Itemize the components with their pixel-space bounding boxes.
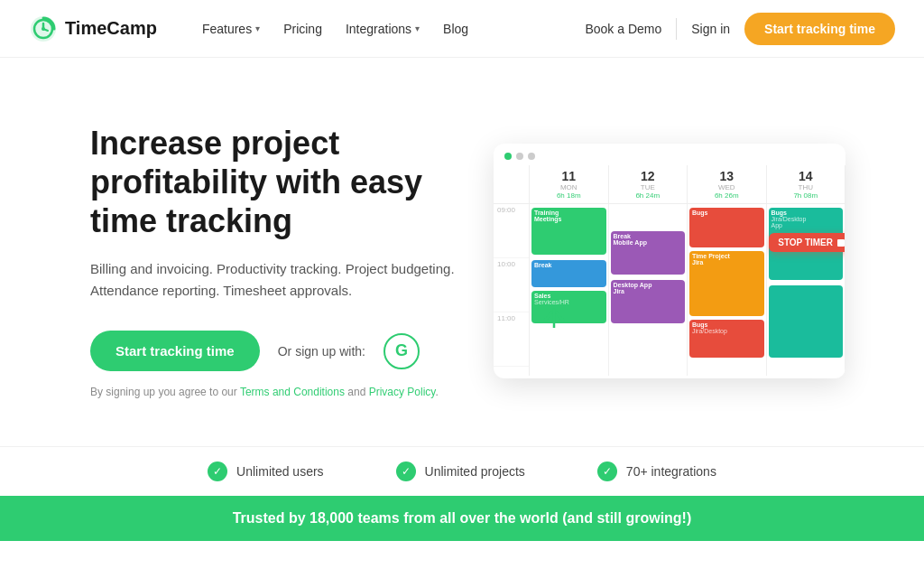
tue-events: BreakMobile App Desktop AppJira [609,204,688,376]
dot-2 [516,153,523,160]
time-header-col [494,165,530,203]
feature-unlimited-projects: ✓ Unlimited projects [396,461,525,481]
calendar-mockup: 11 MON 6h 18m 12 TUE 6h 24m 13 WED 6h 26… [494,144,845,378]
integrations-chevron-icon: ▾ [415,23,420,33]
nav-right: Book a Demo Sign in Start tracking time [585,13,895,45]
wed-events: Bugs Time ProjectJira BugsJira/Desktop [688,204,767,376]
hero-title: Increase project profitability with easy… [90,124,487,241]
arrow-graphic [541,303,567,333]
nav-features[interactable]: Features ▾ [193,16,269,42]
nav-blog[interactable]: Blog [434,16,477,42]
event-training: TrainingMeetings [531,208,606,255]
book-demo-link[interactable]: Book a Demo [585,22,661,36]
svg-point-4 [42,27,45,31]
event-desktop-app: Desktop AppJira [611,280,686,323]
mon-events: TrainingMeetings Break SalesServices/HR [530,204,609,376]
feature-integrations: ✓ 70+ integrations [597,461,716,481]
stop-timer-label: STOP TIMER [778,238,833,247]
nav-links: Features ▾ Pricing Integrations ▾ Blog [193,16,586,42]
day-col-tue: 12 TUE 6h 24m [609,165,688,203]
nav-integrations[interactable]: Integrations ▾ [337,16,429,42]
day-col-mon: 11 MON 6h 18m [530,165,609,203]
footer-banner: Trusted by 18,000 teams from all over th… [0,496,924,541]
hero-cta-button[interactable]: Start tracking time [90,331,260,371]
footer-banner-text: Trusted by 18,000 teams from all over th… [233,510,692,526]
event-break-tue: BreakMobile App [611,231,686,275]
thu-events: BugsJira/DesktopApp STOP TIMER [767,204,846,376]
calendar-body: 09:00 10:00 11:00 TrainingMeetings Break… [494,204,845,376]
terms-link[interactable]: Terms and Conditions [240,386,345,398]
event-thu-bottom [769,285,844,358]
event-break-mon: Break [531,260,606,287]
time-slots: 09:00 10:00 11:00 [494,204,530,376]
nav-cta-button[interactable]: Start tracking time [744,13,895,45]
brand-name: TimeCamp [65,18,157,39]
terms-text: By signing up you agree to our Terms and… [90,386,487,398]
nav-divider [676,18,677,40]
feature-unlimited-users: ✓ Unlimited users [208,461,323,481]
event-time-project: Time ProjectJira [689,251,764,316]
nav-pricing[interactable]: Pricing [274,16,331,42]
dot-1 [504,153,512,160]
sign-in-link[interactable]: Sign in [691,22,730,36]
hero-right: 11 MON 6h 18m 12 TUE 6h 24m 13 WED 6h 26… [487,144,852,378]
window-dots [494,144,845,165]
event-bugs-wed: Bugs [689,208,764,247]
features-chevron-icon: ▾ [255,23,260,33]
day-col-thu: 14 THU 7h 08m [767,165,846,203]
google-signup-button[interactable]: G [383,333,420,369]
event-bugs-wed2: BugsJira/Desktop [689,320,764,358]
dot-3 [528,153,535,160]
check-icon-users: ✓ [208,461,227,481]
features-bar: ✓ Unlimited users ✓ Unlimited projects ✓… [0,446,924,496]
hero-left: Increase project profitability with easy… [90,124,487,399]
logo-area[interactable]: TimeCamp [29,14,157,43]
hero-section: Increase project profitability with easy… [0,58,924,446]
hero-actions: Start tracking time Or sign up with: G [90,331,487,371]
calendar-header: 11 MON 6h 18m 12 TUE 6h 24m 13 WED 6h 26… [494,165,845,204]
privacy-link[interactable]: Privacy Policy [369,386,436,398]
stop-icon [837,239,845,247]
stop-timer-badge[interactable]: STOP TIMER [769,233,845,252]
navbar: TimeCamp Features ▾ Pricing Integrations… [0,0,924,58]
check-icon-integrations: ✓ [597,461,617,481]
feature-label-integrations: 70+ integrations [626,464,716,479]
timecamp-logo-icon [29,14,58,43]
check-icon-projects: ✓ [396,461,416,481]
day-col-wed: 13 WED 6h 26m [688,165,767,203]
hero-subtitle: Billing and invoicing. Productivity trac… [90,258,487,302]
or-signup-text: Or sign up with: [278,344,365,359]
feature-label-users: Unlimited users [236,464,323,479]
feature-label-projects: Unlimited projects [425,464,525,479]
